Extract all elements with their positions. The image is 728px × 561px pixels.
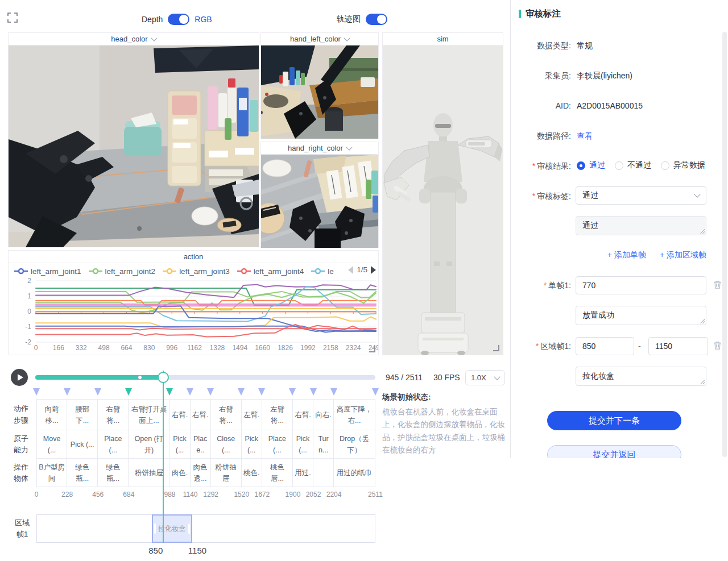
depth-rgb-toggle[interactable] (168, 14, 189, 25)
scrollbar[interactable] (722, 32, 727, 457)
step-cell-object: 用过. (293, 459, 313, 487)
legend-item-label: left_arm_joint3 (179, 267, 230, 276)
review-result-label: *审核结果: (519, 161, 571, 172)
steps-axis-tick: 2052 (306, 491, 321, 498)
region-frame-note-textarea[interactable]: 拉化妆盒 (576, 367, 706, 386)
timeline-marker[interactable] (289, 388, 296, 396)
add-single-frame-link[interactable]: + 添加单帧 (607, 250, 646, 260)
review-tag-value: 通过 (582, 190, 598, 201)
chevron-down-icon (494, 373, 500, 380)
sim-title-header: sim (383, 33, 503, 45)
legend-next-icon[interactable] (371, 266, 376, 274)
sim-panel: sim (382, 32, 503, 355)
step-cell-object: 桃色. (242, 459, 262, 487)
sim-resize-handle-icon[interactable] (493, 345, 499, 351)
legend-item[interactable]: left_arm_joint4 (237, 267, 304, 276)
timeline-marker[interactable] (372, 388, 379, 396)
resize-handle-icon[interactable] (700, 228, 705, 234)
legend-item[interactable]: left_arm_joint1 (14, 267, 81, 276)
legend-item[interactable]: left_arm_joint2 (89, 267, 156, 276)
region-track[interactable]: 拉化妆盒 (36, 514, 375, 543)
hand-left-camera-select[interactable]: hand_left_color (261, 33, 378, 45)
data-path-view-link[interactable]: 查看 (577, 131, 593, 142)
review-tag-note-textarea[interactable]: 通过 (576, 216, 706, 235)
submit-next-button[interactable]: 提交并下一条 (547, 411, 681, 430)
trajectory-toggle[interactable] (366, 14, 387, 25)
fullscreen-icon[interactable] (7, 13, 18, 23)
scene-state-block: 场景初始状态: 梳妆台在机器人前，化妆盒在桌面上，化妆盒的侧边摆放着物品，化妆品… (382, 392, 505, 456)
hand-right-camera-select[interactable]: hand_right_color (261, 142, 378, 155)
timeline-marker[interactable] (207, 388, 214, 396)
radio-option-pass[interactable]: 通过 (577, 160, 605, 171)
legend-item[interactable]: left_arm_joint3 (163, 267, 230, 276)
review-tag-select[interactable]: 通过 (576, 186, 706, 205)
chart-legend: left_arm_joint1left_arm_joint2left_arm_j… (14, 265, 374, 277)
timeline-marker[interactable] (187, 388, 193, 396)
timeline-marker[interactable] (64, 388, 71, 396)
delete-region-frame-icon[interactable] (713, 341, 722, 350)
svg-text:-1: -1 (25, 323, 31, 331)
speed-select[interactable]: 1.0X (465, 370, 505, 385)
region-frame-end-input[interactable]: 1150 (648, 337, 708, 355)
step-cell-object: 粉饼抽屉 (211, 459, 242, 487)
add-region-frame-link[interactable]: + 添加区域帧 (660, 250, 706, 260)
timeline-marker[interactable] (166, 388, 173, 396)
rgb-label: RGB (195, 15, 212, 24)
data-type-label: 数据类型: (519, 41, 571, 51)
delete-single-frame-icon[interactable] (713, 280, 722, 289)
robot-data-review-app: Depth RGB 轨迹图 head_color (0, 0, 728, 561)
playhead-line[interactable] (163, 371, 164, 543)
timeline-marker[interactable] (310, 388, 317, 396)
timeline-marker[interactable] (330, 388, 337, 396)
region-left-handle[interactable] (154, 523, 156, 534)
action-chart-plot[interactable]: 210-1-2016633249866483099611621328149416… (9, 276, 378, 355)
steps-axis-tick: 2204 (326, 491, 342, 498)
hand-right-camera-title: hand_right_color (288, 144, 343, 152)
step-cell-atomic: Drop（丢下） (334, 430, 375, 459)
timeline-marker[interactable] (125, 388, 132, 396)
head-camera-select[interactable]: head_color (9, 33, 259, 45)
region-right-handle[interactable] (188, 523, 190, 534)
review-result-radio-group: 通过 不通过 异常数据 (577, 160, 705, 171)
action-chart-header: action (9, 251, 378, 263)
data-path-label: 数据路径: (519, 131, 571, 142)
trajectory-label: 轨迹图 (337, 14, 361, 24)
step-cell-action: 腰部下... (67, 399, 98, 430)
single-frame-input[interactable]: 770 (576, 276, 706, 294)
submit-back-button[interactable]: 提交并返回 (547, 445, 681, 458)
single-frame-note-textarea[interactable]: 放置成功 (576, 306, 706, 325)
chart-resize-handle-icon[interactable] (369, 346, 375, 352)
speed-value: 1.0X (471, 373, 486, 382)
play-button[interactable] (11, 369, 28, 386)
legend-item[interactable]: le (311, 267, 334, 276)
radio-label-abnormal: 异常数据 (673, 160, 705, 171)
timeline-marker[interactable] (33, 388, 40, 396)
step-cell-action: 右臂将... (211, 399, 242, 430)
collector-label: 采集员: (519, 71, 571, 81)
single-frame-dot-marker[interactable] (138, 375, 142, 380)
timeline-slider-handle[interactable] (158, 372, 169, 383)
timeline-slider-track[interactable] (35, 375, 375, 380)
region-frame-start-input[interactable]: 850 (576, 337, 634, 355)
svg-text:1328: 1328 (210, 344, 225, 352)
svg-text:1: 1 (27, 292, 31, 300)
step-cell-object: 肉色透... (191, 459, 211, 487)
resize-handle-icon[interactable] (700, 318, 705, 323)
timeline-marker[interactable] (258, 388, 265, 396)
review-tag-label: *审核标签: (519, 192, 571, 202)
step-cell-object (313, 459, 334, 487)
legend-prev-icon[interactable] (348, 266, 353, 274)
region-range-box[interactable]: 拉化妆盒 (152, 514, 192, 543)
svg-text:332: 332 (76, 344, 87, 352)
radio-option-fail[interactable]: 不通过 (615, 160, 651, 171)
sim-viewport[interactable] (383, 45, 503, 355)
radio-unselected-icon (615, 161, 623, 170)
step-cell-atomic: Pick (... (67, 430, 98, 459)
step-cell-action: 右臂. (170, 399, 191, 430)
radio-option-abnormal[interactable]: 异常数据 (661, 160, 705, 171)
timeline-marker[interactable] (238, 388, 245, 396)
resize-handle-icon[interactable] (700, 379, 705, 384)
timeline-marker[interactable] (94, 388, 101, 396)
scene-state-title: 场景初始状态: (382, 392, 505, 402)
hand-right-camera-panel: hand_right_color (260, 142, 379, 248)
